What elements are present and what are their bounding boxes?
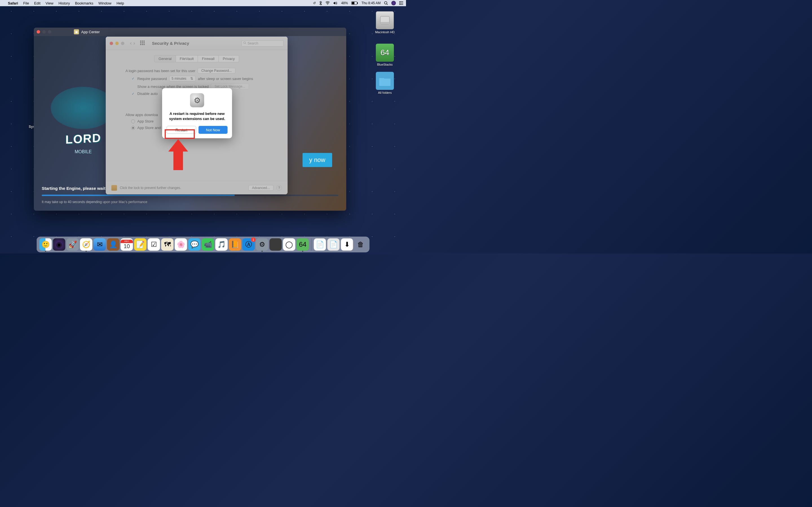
dock-appstore[interactable]: Ⓐ1 bbox=[243, 238, 255, 251]
siri-icon[interactable] bbox=[391, 1, 396, 5]
appcenter-titlebar[interactable]: ▣ App Center bbox=[34, 27, 346, 36]
svg-rect-13 bbox=[380, 22, 389, 24]
forward-button[interactable]: › bbox=[133, 40, 135, 46]
tab-general[interactable]: General bbox=[154, 55, 175, 62]
dock-launchpad[interactable]: 🚀 bbox=[66, 238, 79, 251]
battery-icon[interactable] bbox=[351, 1, 358, 5]
menu-help[interactable]: Help bbox=[116, 1, 124, 5]
dock-messages[interactable]: 💬 bbox=[188, 238, 201, 251]
dock-safari[interactable]: 🧭 bbox=[80, 238, 93, 251]
zoom-button[interactable] bbox=[121, 42, 124, 45]
menu-file[interactable]: File bbox=[23, 1, 29, 5]
lock-icon[interactable] bbox=[111, 185, 117, 191]
desktop-icon-allfolders[interactable]: All folders bbox=[372, 72, 398, 94]
back-button[interactable]: ‹ bbox=[130, 40, 132, 46]
svg-rect-22 bbox=[144, 44, 145, 45]
menu-window[interactable]: Window bbox=[98, 1, 111, 5]
desktop-icon-label: BlueStacks bbox=[372, 63, 398, 66]
help-button[interactable]: ? bbox=[276, 185, 282, 191]
dock-reminders[interactable]: ☑ bbox=[148, 238, 160, 251]
minimize-button[interactable] bbox=[42, 30, 46, 34]
disable-auto-checkbox[interactable]: ✓ bbox=[131, 92, 135, 96]
svg-line-24 bbox=[245, 43, 246, 44]
close-button[interactable] bbox=[110, 42, 113, 45]
dock-apple-support[interactable] bbox=[269, 238, 282, 251]
radio-appstore[interactable] bbox=[131, 119, 135, 123]
dock-downloads[interactable]: ⬇ bbox=[341, 238, 353, 251]
svg-point-11 bbox=[400, 4, 400, 5]
dock-chrome[interactable]: ◯ bbox=[283, 238, 296, 251]
dock-document[interactable]: 📄 bbox=[314, 238, 326, 251]
show-message-checkbox[interactable] bbox=[131, 84, 135, 89]
change-password-button[interactable]: Change Password... bbox=[198, 68, 236, 73]
dock-document[interactable]: 📄 bbox=[327, 238, 340, 251]
zoom-button[interactable] bbox=[48, 30, 51, 34]
appcenter-icon: ▣ bbox=[74, 29, 79, 34]
dock-itunes[interactable]: 🎵 bbox=[215, 238, 228, 251]
menu-history[interactable]: History bbox=[58, 1, 70, 5]
search-field[interactable]: Search bbox=[241, 40, 284, 47]
secpriv-toolbar: ‹ › Security & Privacy Search bbox=[106, 37, 288, 50]
svg-rect-20 bbox=[140, 44, 141, 45]
show-all-icon[interactable] bbox=[140, 41, 145, 46]
desktop-icon-bluestacks[interactable]: 64 BlueStacks bbox=[372, 44, 398, 66]
spotlight-icon[interactable] bbox=[384, 1, 388, 5]
menu-view[interactable]: View bbox=[46, 1, 54, 5]
dock-bluestacks[interactable]: 64 bbox=[297, 238, 309, 251]
app-menu[interactable]: Safari bbox=[8, 1, 18, 5]
svg-rect-19 bbox=[144, 42, 145, 43]
desktop-icon-label: Macintosh HD bbox=[372, 31, 398, 34]
not-now-button[interactable]: Not Now bbox=[199, 126, 227, 134]
desktop-icon-label: All folders bbox=[372, 91, 398, 94]
dock-system-preferences[interactable]: ⚙ bbox=[256, 238, 268, 251]
annotation-arrow bbox=[168, 139, 188, 170]
dock-siri[interactable]: ◉ bbox=[53, 238, 65, 251]
bluetooth-icon[interactable] bbox=[319, 1, 322, 5]
menu-bookmarks[interactable]: Bookmarks bbox=[75, 1, 93, 5]
password-delay-select[interactable]: 5 minutes⇅ bbox=[169, 76, 196, 81]
dock-separator bbox=[311, 238, 312, 251]
status-subtitle: It may take up to 40 seconds depending u… bbox=[42, 200, 338, 204]
gear-icon: ⚙ bbox=[190, 93, 204, 107]
close-button[interactable] bbox=[37, 30, 40, 34]
dock-contacts[interactable]: 👤 bbox=[107, 238, 119, 251]
svg-rect-14 bbox=[140, 41, 141, 42]
dock-calendar[interactable]: DEC 10 bbox=[121, 238, 133, 251]
require-password-checkbox[interactable]: ✓ bbox=[131, 76, 135, 80]
notification-center-icon[interactable] bbox=[399, 1, 403, 5]
dock-ibooks[interactable]: 📙 bbox=[229, 238, 241, 251]
dock-trash[interactable]: 🗑 bbox=[354, 238, 367, 251]
svg-rect-21 bbox=[142, 44, 143, 45]
desktop-icon-hd[interactable]: Macintosh HD bbox=[372, 11, 398, 34]
minimize-button[interactable] bbox=[115, 42, 119, 45]
svg-point-9 bbox=[400, 1, 400, 2]
tab-filevault[interactable]: FileVault bbox=[176, 55, 198, 62]
appcenter-title: App Center bbox=[81, 30, 100, 34]
svg-rect-16 bbox=[144, 41, 145, 42]
svg-rect-2 bbox=[352, 2, 354, 4]
clock[interactable]: Thu 8:45 AM bbox=[361, 1, 380, 5]
volume-icon[interactable] bbox=[333, 1, 338, 5]
appstore-badge: 1 bbox=[251, 237, 256, 242]
lock-text: Click the lock to prevent further change… bbox=[120, 186, 181, 190]
dock-finder[interactable]: 🙂 bbox=[40, 238, 52, 251]
require-password-label: Require password bbox=[137, 76, 167, 81]
dock-mail[interactable]: ✉ bbox=[94, 238, 106, 251]
dock-facetime[interactable]: 📹 bbox=[202, 238, 214, 251]
tab-firewall[interactable]: Firewall bbox=[198, 55, 219, 62]
annotation-highlight-box bbox=[165, 129, 195, 139]
tab-privacy[interactable]: Privacy bbox=[219, 55, 239, 62]
wifi-icon[interactable] bbox=[325, 1, 330, 5]
search-icon bbox=[243, 41, 246, 45]
dock-maps[interactable]: 🗺 bbox=[161, 238, 174, 251]
play-now-button[interactable]: y now bbox=[303, 153, 332, 167]
dock-photos[interactable]: 🌸 bbox=[175, 238, 187, 251]
allow-apps-label: Allow apps downloa bbox=[125, 113, 158, 117]
battery-percentage[interactable]: 48% bbox=[341, 1, 348, 5]
radio-identified[interactable] bbox=[131, 126, 135, 130]
dock-notes[interactable]: 📝 bbox=[134, 238, 147, 251]
advanced-button[interactable]: Advanced... bbox=[248, 185, 273, 191]
dock: 🙂 ◉ 🚀 🧭 ✉ 👤 DEC 10 📝 ☑ 🗺 🌸 💬 📹 🎵 📙 Ⓐ1 ⚙ … bbox=[37, 237, 370, 252]
timemachine-icon[interactable]: ↺ bbox=[313, 1, 316, 5]
menu-edit[interactable]: Edit bbox=[34, 1, 40, 5]
